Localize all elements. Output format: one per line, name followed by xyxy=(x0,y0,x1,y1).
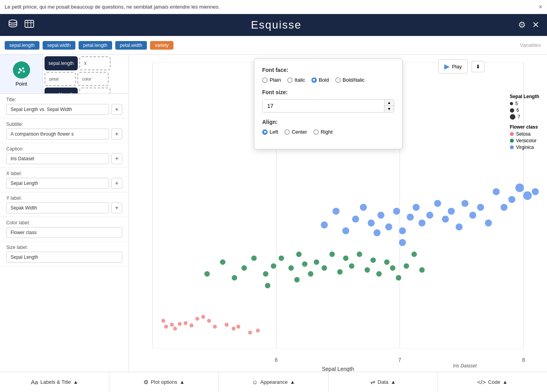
svg-point-27 xyxy=(201,315,205,319)
y-axis-slot[interactable]: X xyxy=(79,56,111,70)
align-right-radio[interactable] xyxy=(313,129,319,135)
align-right[interactable]: Right xyxy=(313,129,332,135)
var-tag-petal-length[interactable]: petal.length xyxy=(79,41,112,50)
download-button[interactable]: ⬇ xyxy=(472,61,484,72)
font-size-down[interactable]: ▼ xyxy=(384,106,394,112)
table-icon[interactable] xyxy=(24,19,34,31)
var-tag-sepal-width[interactable]: sepal.width xyxy=(43,41,75,50)
svg-point-72 xyxy=(377,211,384,218)
svg-point-20 xyxy=(161,319,165,323)
color-label-input[interactable] xyxy=(6,227,122,238)
petal-slot[interactable]: petal xyxy=(45,72,76,86)
svg-point-95 xyxy=(399,239,406,246)
caption-input[interactable] xyxy=(6,153,109,164)
font-bold-italic-radio[interactable] xyxy=(335,77,341,83)
color-slot[interactable]: color xyxy=(77,72,109,86)
svg-point-61 xyxy=(404,263,409,269)
size-label-5: 5 xyxy=(515,101,518,106)
xlabel-input[interactable] xyxy=(6,178,109,189)
svg-point-28 xyxy=(173,327,177,331)
play-icon: ▶ xyxy=(444,62,450,71)
svg-point-85 xyxy=(469,211,476,218)
appearance-arrow: ▲ xyxy=(290,379,295,385)
svg-point-66 xyxy=(321,222,328,229)
tab-code[interactable]: </> Code ▲ xyxy=(438,372,547,392)
svg-point-68 xyxy=(342,227,349,234)
bottom-bar: Aa Labels & Title ▲ ⚙ Plot options ▲ ☺ A… xyxy=(0,372,547,392)
var-tag-petal-width[interactable]: petal.width xyxy=(115,41,147,50)
size-label-6: 6 xyxy=(517,107,519,113)
xlabel-plus-btn[interactable]: + xyxy=(111,178,122,189)
svg-point-29 xyxy=(207,319,211,323)
data-icon: ⇌ xyxy=(370,379,375,386)
size-label-input[interactable] xyxy=(6,252,122,263)
font-italic-radio[interactable] xyxy=(287,77,293,83)
data-label: Data xyxy=(378,379,388,385)
notification-close[interactable]: × xyxy=(539,4,542,11)
align-center[interactable]: Center xyxy=(284,129,307,135)
font-size-up[interactable]: ▲ xyxy=(384,100,394,106)
font-size-input[interactable] xyxy=(263,100,384,112)
font-bold-radio[interactable] xyxy=(311,77,317,83)
font-plain[interactable]: Plain xyxy=(262,77,281,83)
svg-point-25 xyxy=(189,324,193,328)
svg-point-60 xyxy=(396,275,401,281)
font-italic[interactable]: Italic xyxy=(287,77,305,83)
align-center-radio[interactable] xyxy=(284,129,290,135)
align-left[interactable]: Left xyxy=(262,129,278,135)
font-plain-radio[interactable] xyxy=(262,77,268,83)
font-face-group: Plain Italic Bold Bold/Italic xyxy=(262,77,394,83)
svg-point-30 xyxy=(213,325,217,329)
variables-label: Variables xyxy=(520,42,541,48)
ylabel-input[interactable] xyxy=(6,202,109,213)
svg-point-0 xyxy=(9,20,17,23)
svg-point-74 xyxy=(393,208,400,215)
point-chart-btn[interactable]: Point xyxy=(0,55,43,93)
chart-caption: Iris Dataset xyxy=(453,363,477,369)
tab-appearance[interactable]: ☺ Appearance ▲ xyxy=(219,372,328,392)
var-tag-sepal-length[interactable]: sepal.length xyxy=(5,41,39,50)
font-bold-italic[interactable]: Bold/Italic xyxy=(335,77,365,83)
size-label-7: 7 xyxy=(518,114,520,120)
play-button[interactable]: ▶ Play xyxy=(438,59,468,73)
caption-row: + xyxy=(6,153,122,164)
x-axis-slot[interactable]: sepal.length xyxy=(45,56,78,70)
svg-text:7: 7 xyxy=(398,357,401,363)
ylabel-label: Y label: xyxy=(6,195,122,201)
color-label-row xyxy=(6,227,122,238)
svg-point-44 xyxy=(288,265,294,271)
versicolor-dot xyxy=(510,139,514,143)
title-plus-btn[interactable]: + xyxy=(111,104,122,115)
ylabel-plus-btn[interactable]: + xyxy=(111,202,122,213)
settings-icon[interactable]: ⚙ xyxy=(518,20,526,30)
size-axis-slot[interactable]: sepal.length xyxy=(45,88,78,93)
chart-type-row: Point sepal.length X petal color sepal.l… xyxy=(0,55,129,94)
notification-text: Le petit prince, qui me posait beaucoup … xyxy=(5,4,220,10)
labels-title-label: Labels & Title xyxy=(40,379,71,385)
close-icon[interactable]: ✕ xyxy=(532,20,539,30)
subtitle-plus-btn[interactable]: + xyxy=(111,129,122,140)
var-tag-variety[interactable]: variety xyxy=(150,41,173,50)
svg-point-79 xyxy=(426,211,433,218)
play-label: Play xyxy=(452,64,462,70)
title-input[interactable] xyxy=(6,104,109,115)
subtitle-input[interactable] xyxy=(6,129,109,140)
svg-point-90 xyxy=(508,196,515,203)
font-bold[interactable]: Bold xyxy=(311,77,329,83)
caption-plus-btn[interactable]: + xyxy=(111,153,122,164)
virginica-label: Virginica xyxy=(516,145,534,150)
tab-data[interactable]: ⇌ Data ▲ xyxy=(329,372,438,392)
tab-labels-title[interactable]: Aa Labels & Title ▲ xyxy=(0,372,109,392)
database-icon[interactable] xyxy=(8,19,18,31)
svg-point-82 xyxy=(448,208,455,215)
svg-point-89 xyxy=(501,204,508,211)
class-legend-virginica: Virginica xyxy=(510,145,539,150)
svg-text:6: 6 xyxy=(275,357,278,363)
y-slot-label: X xyxy=(84,61,87,66)
svg-point-35 xyxy=(236,325,240,329)
chart-toolbar: ▶ Play ⬇ xyxy=(438,59,484,73)
align-left-radio[interactable] xyxy=(262,129,268,135)
tab-plot-options[interactable]: ⚙ Plot options ▲ xyxy=(109,372,219,392)
svg-point-73 xyxy=(385,224,392,231)
size-slot[interactable]: size xyxy=(79,88,111,93)
